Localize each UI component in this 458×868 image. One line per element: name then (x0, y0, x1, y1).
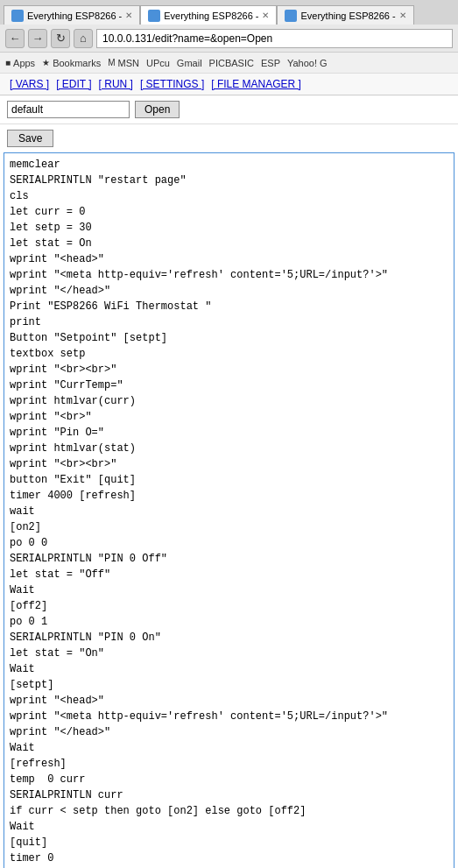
bookmark-apps[interactable]: ■ Apps (5, 58, 35, 68)
nav-edit[interactable]: [ EDIT ] (53, 77, 94, 91)
bookmark-yahoo-label: Yahoo! G (287, 58, 328, 68)
filename-input[interactable] (7, 101, 130, 118)
back-button[interactable]: ← (5, 29, 25, 48)
browser-tab-3[interactable]: Everything ESP8266 - ✕ (277, 5, 413, 25)
bookmark-upcu[interactable]: UPcu (146, 58, 170, 68)
nav-run[interactable]: [ RUN ] (96, 77, 136, 91)
apps-icon: ■ (5, 58, 11, 67)
bookmark-bookmarks-label: Bookmarks (53, 58, 101, 68)
bookmark-msn-label: MSN (118, 58, 139, 68)
save-button[interactable]: Save (7, 130, 53, 147)
bookmarks-bar: ■ Apps ★ Bookmarks M MSN UPcu Gmail PICB… (0, 53, 458, 74)
open-button[interactable]: Open (135, 101, 180, 118)
reload-button[interactable]: ↻ (51, 29, 70, 48)
nav-settings[interactable]: [ SETTINGS ] (137, 77, 207, 91)
msn-icon: M (108, 58, 115, 67)
bookmark-picbasic-label: PICBASIC (209, 58, 254, 68)
tab-icon-2 (148, 10, 160, 22)
bookmark-esp[interactable]: ESP (261, 58, 280, 68)
home-button[interactable]: ⌂ (74, 29, 93, 48)
tab-close-1[interactable]: ✕ (125, 11, 132, 20)
bookmark-picbasic[interactable]: PICBASIC (209, 58, 254, 68)
browser-tabs: Everything ESP8266 - ✕ Everything ESP826… (0, 0, 458, 25)
bookmark-gmail-label: Gmail (177, 58, 202, 68)
tab-close-3[interactable]: ✕ (399, 11, 406, 20)
tab-icon-3 (285, 10, 297, 22)
bookmark-esp-label: ESP (261, 58, 280, 68)
nav-menu: [ VARS ] [ EDIT ] [ RUN ] [ SETTINGS ] [… (0, 74, 458, 95)
tab-label-1: Everything ESP8266 - (27, 11, 122, 21)
bookmark-bookmarks[interactable]: ★ Bookmarks (42, 58, 101, 68)
tab-icon-1 (11, 10, 24, 22)
tab-label-3: Everything ESP8266 - (300, 11, 395, 21)
bookmark-gmail[interactable]: Gmail (177, 58, 202, 68)
bookmark-yahoo[interactable]: Yahoo! G (287, 58, 328, 68)
tab-label-2: Everything ESP8266 - (164, 11, 258, 21)
forward-button[interactable]: → (28, 29, 47, 48)
nav-file-manager[interactable]: [ FILE MANAGER ] (208, 77, 304, 91)
address-bar[interactable] (96, 29, 453, 48)
bookmark-apps-label: Apps (13, 58, 35, 68)
code-editor[interactable]: memclear SERIALPRINTLN "restart page" cl… (4, 152, 454, 868)
star-icon: ★ (42, 58, 50, 67)
bookmark-msn[interactable]: M MSN (108, 58, 139, 68)
nav-vars[interactable]: [ VARS ] (7, 77, 52, 91)
bookmark-upcu-label: UPcu (146, 58, 170, 68)
app-content: [ VARS ] [ EDIT ] [ RUN ] [ SETTINGS ] [… (0, 74, 458, 868)
browser-navbar: ← → ↻ ⌂ (0, 25, 458, 53)
tab-close-2[interactable]: ✕ (262, 11, 269, 20)
browser-tab-1[interactable]: Everything ESP8266 - ✕ (4, 5, 140, 25)
open-section: Open (0, 95, 458, 124)
browser-tab-2[interactable]: Everything ESP8266 - ✕ (140, 5, 277, 25)
